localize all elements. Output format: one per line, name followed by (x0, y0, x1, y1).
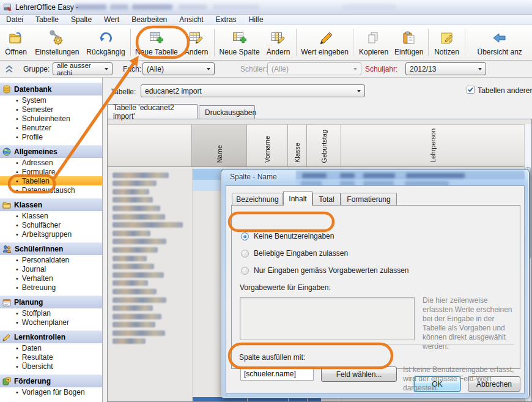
globe-icon (2, 147, 11, 156)
radio-button-icon (241, 250, 249, 258)
table-header-row: Name Vorname Klasse Geburtstag Lehrperso… (108, 124, 531, 167)
schuljahr-dropdown[interactable]: 2012/13 (405, 62, 486, 75)
dialog-tab-formatierung[interactable]: Formatierung (341, 193, 397, 206)
sidebar-item-stoffplan[interactable]: Stoffplan (0, 308, 102, 318)
tab-tabelle-educanet2-import[interactable]: Tabelle 'educanet2 import' (107, 104, 198, 119)
toolbar-separator (428, 29, 429, 56)
enter-value-button[interactable]: Wert eingeben (298, 26, 351, 59)
sidebar-item-uebersicht[interactable]: Übersicht (0, 362, 102, 371)
sidebar-section-datenbank[interactable]: Datenbank (0, 83, 102, 95)
fach-dropdown[interactable]: (Alle) (142, 62, 215, 75)
sidebar-item-schuleinheiten[interactable]: Schuleinheiten (0, 114, 102, 123)
paste-button[interactable]: Einfügen (392, 26, 426, 59)
dialog-tab-inhalt[interactable]: Inhalt (283, 191, 312, 206)
sidebar-item-klassen[interactable]: Klassen (0, 211, 102, 220)
undo-button[interactable]: Rückgängig (84, 26, 128, 59)
new-column-button[interactable]: Neue Spalte (216, 26, 262, 59)
dialog-tab-bezeichnung[interactable]: Bezeichnung (232, 193, 283, 206)
menu-datei[interactable]: Datei (0, 15, 29, 24)
overview-button[interactable]: Übersicht anz (467, 26, 532, 59)
copy-button[interactable]: Kopieren (355, 26, 392, 59)
sidebar-item-formulare[interactable]: Formulare (0, 167, 102, 176)
column-header-geburtstag[interactable]: Geburtstag (307, 124, 341, 167)
app-icon (3, 2, 12, 12)
sidebar-item-wochenplaner[interactable]: Wochenplaner (0, 318, 102, 327)
menu-spalte[interactable]: Spalte (65, 15, 98, 24)
sidebar-item-benutzer[interactable]: Benutzer (0, 123, 102, 132)
redacted-student-name (113, 280, 148, 286)
menu-hilfe[interactable]: Hilfe (243, 15, 270, 24)
column-header-name[interactable]: Name (192, 124, 247, 167)
undo-icon (98, 30, 114, 46)
menu-tabelle[interactable]: Tabelle (29, 15, 65, 24)
redacted-title-text (110, 4, 128, 10)
sidebar-item-daten[interactable]: Daten (0, 343, 102, 352)
sidebar-section-planung[interactable]: Planung (0, 296, 102, 308)
radio-keine-benutzereingaben[interactable]: Keine Benutzereingaben (241, 232, 334, 240)
collapse-chevron-icon[interactable] (5, 64, 13, 74)
sidebar-section-foerderung[interactable]: Förderung (0, 374, 102, 387)
redacted-student-name (113, 256, 147, 261)
gruppe-dropdown[interactable]: alle ausser archi (53, 62, 113, 75)
sidebar-item-tabellen[interactable]: Tabellen (0, 176, 102, 185)
notes-button[interactable]: Notizen (430, 26, 464, 59)
dialog-client-area: Bezeichnung Inhalt Total Formatierung Ke… (226, 185, 525, 393)
menu-wert[interactable]: Wert (98, 15, 125, 24)
redacted-cell (406, 173, 465, 178)
vorgabewerte-help-text: Die hier zeilenweise erfassten Werte ers… (423, 296, 515, 351)
column-header-klasse[interactable]: Klasse (288, 124, 307, 167)
tab-druckausgaben[interactable]: Druckausgaben (199, 105, 255, 119)
table-row-selected[interactable] (193, 397, 321, 402)
edit-column-button[interactable]: Ändern (262, 26, 294, 59)
redacted-student-name (113, 239, 166, 244)
redacted-title-text (213, 4, 259, 10)
radio-button-icon (241, 233, 249, 240)
edit-table-button[interactable]: Ändern (180, 26, 212, 59)
sidebar-section-klassen[interactable]: Klassen (0, 198, 102, 211)
tabelle-dropdown[interactable]: educanet2 import (141, 84, 365, 97)
sidebar-item-datenaustausch[interactable]: Datenaustausch (0, 185, 102, 195)
redacted-cell (340, 173, 355, 178)
dialog-tab-page-inhalt: Keine Benutzereingaben Beliebige Eingabe… (231, 205, 520, 369)
sidebar-section-allgemeines[interactable]: Allgemeines (0, 145, 102, 158)
sidebar-item-semester[interactable]: Semester (0, 105, 102, 114)
sidebar-item-adressen[interactable]: Adressen (0, 158, 102, 167)
sidebar-item-personaldaten[interactable]: Personaldaten (0, 255, 102, 264)
settings-button[interactable]: Einstellungen (31, 26, 83, 59)
other-teachers-checkbox-label: Tabellen anderer Lehrpersonen auch a (478, 86, 532, 95)
redacted-title-text (132, 4, 172, 10)
sidebar-item-betreuung[interactable]: Betreuung (0, 283, 102, 292)
menu-ansicht[interactable]: Ansicht (173, 15, 209, 24)
sidebar-section-schueler[interactable]: Schüler/innen (0, 242, 102, 255)
feld-waehlen-button[interactable]: Feld wählen... (321, 367, 397, 382)
sidebar-item-vorlagen-fuer-bogen[interactable]: Vorlagen für Bogen (0, 387, 102, 396)
sidebar-item-system[interactable]: System (0, 95, 102, 105)
redacted-student-name (113, 197, 153, 203)
sidebar-item-schulfaecher[interactable]: Schulfächer (0, 220, 102, 229)
dialog-tab-total[interactable]: Total (312, 193, 341, 206)
edit-table-icon (188, 30, 204, 46)
radio-nur-eingaben-gemaess-vorgabewerten[interactable]: Nur Eingaben gemäss Vorgabewerten zulass… (241, 266, 409, 275)
menu-bearbeiten[interactable]: Bearbeiten (125, 15, 173, 24)
redacted-student-name (113, 322, 155, 327)
spalte-ausfuellen-label: Spalte ausfüllen mit: (239, 353, 305, 362)
toolbar-separator (214, 29, 215, 56)
column-header-vorname[interactable]: Vorname (247, 124, 288, 167)
sidebar-item-journal[interactable]: Journal (0, 264, 102, 274)
column-header-rowlabel[interactable] (108, 124, 192, 167)
toolbar: Öffnen Einstellungen Rückgängig Neue Tab… (0, 25, 532, 61)
radio-beliebige-eingaben[interactable]: Beliebige Eingaben zulassen (241, 249, 348, 258)
open-button[interactable]: Öffnen (1, 26, 31, 59)
other-teachers-checkbox[interactable] (467, 86, 475, 94)
menu-extras[interactable]: Extras (210, 15, 243, 24)
toolbar-separator (296, 29, 297, 56)
sidebar-section-lernkontrollen[interactable]: Lernkontrollen (0, 330, 102, 343)
redacted-student-name (113, 247, 158, 253)
column-header-lehrperson[interactable]: Lehrperson (341, 124, 525, 167)
fill-field-input[interactable] (240, 367, 314, 381)
sidebar-item-verhalten[interactable]: Verhalten (0, 274, 102, 283)
sidebar-item-profile[interactable]: Profile (0, 132, 102, 141)
new-table-button[interactable]: Neue Tabelle (132, 26, 180, 59)
sidebar-item-arbeitsgruppen[interactable]: Arbeitsgruppen (0, 229, 102, 239)
sidebar-item-resultate[interactable]: Resultate (0, 352, 102, 362)
